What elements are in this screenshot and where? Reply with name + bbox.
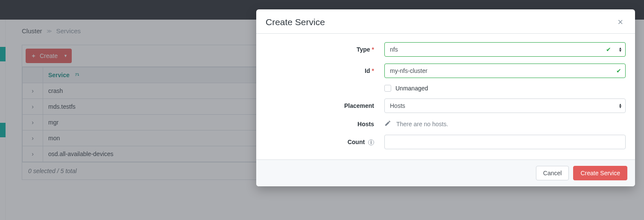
type-select[interactable]: nfs [384,42,626,57]
count-input[interactable] [384,135,626,149]
close-button[interactable]: × [615,17,626,27]
row-placement: Placement Hosts ▴▾ [266,98,626,113]
row-count: Count i [266,135,626,149]
label-type-text: Type [357,46,370,53]
modal-header: Create Service × [256,9,635,34]
label-id: Id* [266,67,384,74]
placement-select[interactable]: Hosts [384,98,626,113]
create-service-modal: Create Service × Type* nfs ✔ ▴▾ Id* [256,9,635,186]
required-marker: * [372,67,374,74]
unmanaged-label: Unmanaged [395,85,428,92]
id-input[interactable] [384,64,626,78]
check-icon: ✔ [616,67,621,74]
row-unmanaged: Unmanaged [266,85,626,92]
modal-footer: Cancel Create Service [256,159,635,186]
required-marker: * [372,46,374,53]
label-hosts: Hosts [266,121,384,127]
unmanaged-checkbox[interactable] [384,85,391,92]
row-hosts: Hosts There are no hosts. [266,120,626,128]
pencil-icon[interactable] [384,120,391,128]
check-icon: ✔ [606,46,611,53]
label-type: Type* [266,46,384,53]
info-icon[interactable]: i [368,139,374,145]
create-service-button[interactable]: Create Service [573,166,627,180]
label-placement: Placement [266,102,384,109]
label-count-text: Count [348,139,365,145]
row-id: Id* ✔ [266,64,626,78]
row-type: Type* nfs ✔ ▴▾ [266,42,626,57]
modal-body: Type* nfs ✔ ▴▾ Id* ✔ Unmanage [256,34,635,159]
hosts-empty-message: There are no hosts. [396,121,448,127]
modal-title: Create Service [266,17,325,27]
label-count: Count i [266,139,384,145]
close-icon: × [618,17,623,27]
label-id-text: Id [365,67,370,74]
cancel-button[interactable]: Cancel [536,166,569,180]
